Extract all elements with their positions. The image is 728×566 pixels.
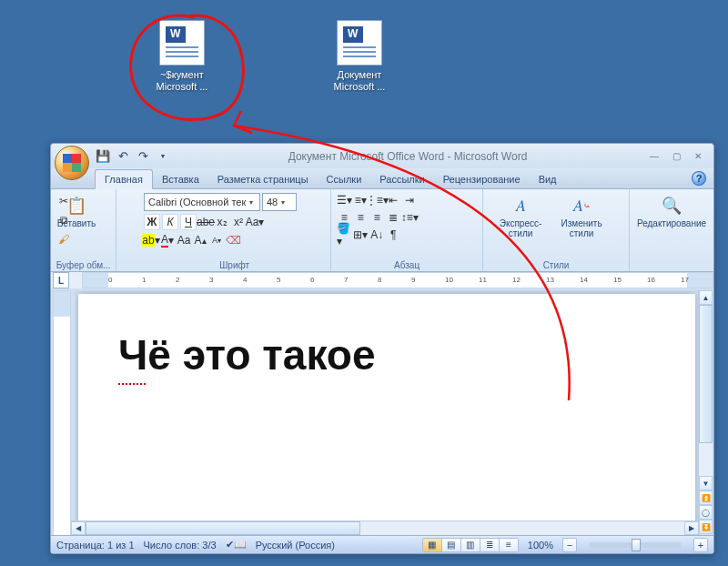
spellcheck-underline	[118, 383, 146, 385]
font-color-button[interactable]: A▾	[160, 233, 175, 248]
maximize-button[interactable]: ▢	[666, 149, 686, 164]
scroll-left-icon[interactable]: ◀	[71, 521, 86, 535]
icon-label: Документ	[338, 69, 382, 80]
grow-font-button[interactable]: A▴	[193, 233, 207, 248]
editing-label: Редактирование	[637, 218, 706, 228]
qat-dropdown-icon[interactable]: ▾	[155, 148, 171, 165]
subscript-button[interactable]: x₂	[215, 215, 229, 229]
view-draft[interactable]: ≡	[500, 539, 518, 551]
desktop-icon-document[interactable]: ДокументMicrosoft ...	[318, 20, 400, 93]
view-buttons: ▦ ▤ ▥ ≣ ≡	[422, 538, 519, 552]
close-button[interactable]: ✕	[688, 149, 708, 164]
scroll-thumb[interactable]	[86, 521, 360, 535]
view-print-layout[interactable]: ▦	[423, 539, 442, 551]
tab-selector[interactable]: L	[53, 272, 69, 288]
zoom-out-button[interactable]: −	[562, 538, 577, 552]
redo-icon[interactable]: ↷	[135, 148, 151, 165]
copy-icon[interactable]: ⧉	[55, 212, 73, 228]
ruler-vertical[interactable]	[53, 290, 71, 536]
word-doc-icon	[337, 20, 382, 66]
next-page-icon[interactable]: ⏬	[699, 520, 713, 534]
italic-button[interactable]: К	[162, 214, 178, 230]
bold-button[interactable]: Ж	[144, 214, 160, 230]
horizontal-scrollbar[interactable]: ◀ ▶	[71, 521, 699, 535]
editing-button[interactable]: 🔍 Редактирование	[635, 193, 708, 271]
quick-access-toolbar: 💾 ↶ ↷ ▾	[95, 148, 171, 165]
strike-button[interactable]: abe	[198, 215, 213, 229]
undo-icon[interactable]: ↶	[115, 148, 131, 165]
view-web[interactable]: ▥	[461, 539, 480, 551]
shrink-font-button[interactable]: A▾	[209, 233, 224, 248]
scroll-down-icon[interactable]: ▼	[699, 476, 713, 490]
find-icon: 🔍	[661, 195, 682, 217]
tab-home[interactable]: Главная	[95, 169, 153, 189]
scroll-thumb[interactable]	[699, 305, 713, 443]
highlight-button[interactable]: ab▾	[144, 233, 158, 248]
zoom-level[interactable]: 100%	[528, 540, 553, 551]
scroll-right-icon[interactable]: ▶	[684, 521, 699, 535]
view-outline[interactable]: ≣	[480, 539, 500, 551]
underline-button[interactable]: Ч	[180, 214, 197, 230]
proofing-icon[interactable]: ✔📖	[226, 539, 247, 551]
office-button[interactable]	[55, 146, 89, 180]
icon-label: Microsoft ...	[334, 81, 386, 92]
prev-page-icon[interactable]: ⏫	[699, 490, 713, 505]
char-border-button[interactable]: Aa	[177, 233, 191, 248]
minimize-button[interactable]: —	[644, 149, 664, 164]
cut-icon[interactable]: ✂	[55, 193, 73, 209]
group-clipboard-label: Буфер обм...	[51, 260, 116, 270]
status-language[interactable]: Русский (Россия)	[256, 540, 335, 551]
scroll-up-icon[interactable]: ▲	[699, 290, 713, 305]
save-icon[interactable]: 💾	[95, 148, 111, 165]
vertical-scrollbar[interactable]: ▲ ▼ ⏫ ◯ ⏬	[698, 290, 713, 534]
status-bar: Страница: 1 из 1 Число слов: 3/3 ✔📖 Русс…	[51, 535, 713, 553]
zoom-in-button[interactable]: +	[693, 538, 708, 552]
help-icon[interactable]: ?	[692, 171, 706, 186]
zoom-slider[interactable]	[590, 542, 681, 548]
view-full-screen[interactable]: ▤	[442, 539, 461, 551]
status-words[interactable]: Число слов: 3/3	[144, 540, 217, 551]
status-page[interactable]: Страница: 1 из 1	[56, 540, 135, 551]
annotation-arrow	[232, 109, 578, 428]
tab-insert[interactable]: Вставка	[153, 170, 208, 188]
format-painter-icon[interactable]: 🖌	[55, 231, 73, 248]
browse-object-icon[interactable]: ◯	[699, 505, 713, 520]
